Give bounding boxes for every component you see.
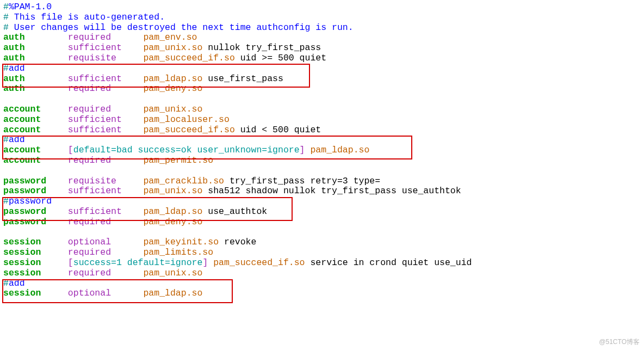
code-line: account sufficient pam_succeed_if.so uid…: [3, 125, 641, 136]
code-line: #add: [3, 279, 641, 289]
code-line: password requisite pam_cracklib.so try_f…: [3, 176, 641, 187]
pam-control: sufficient: [68, 186, 144, 196]
pam-type: account: [3, 125, 68, 135]
pam-type: session: [3, 268, 68, 278]
code-line: password sufficient pam_ldap.so use_auth…: [3, 207, 641, 217]
code-line: auth required pam_env.so: [3, 33, 641, 43]
pam-module: pam_deny.so: [143, 83, 202, 94]
comment-text: password: [9, 196, 52, 206]
pam-type: password: [3, 206, 68, 217]
pam-control: optional: [68, 288, 144, 298]
comment-text: %PAM-1.0: [9, 2, 52, 12]
pam-args: uid < 500 quiet: [240, 125, 321, 135]
pam-control: required: [68, 247, 144, 257]
code-line: auth sufficient pam_ldap.so use_first_pa…: [3, 74, 641, 84]
comment-text: add: [9, 63, 25, 73]
pam-control: sufficient: [68, 114, 144, 125]
pam-module: pam_ldap.so: [143, 206, 202, 217]
pam-module: pam_ldap.so: [143, 288, 202, 298]
pam-type: password: [3, 217, 68, 227]
comment-text: This file is auto-generated.: [9, 12, 165, 22]
pam-module: pam_permit.so: [143, 155, 213, 165]
pam-control: sufficient: [68, 125, 144, 135]
pam-module: pam_succeed_if.so: [143, 53, 234, 63]
pam-type: session: [3, 247, 68, 257]
pam-module: pam_unix.so: [143, 42, 202, 53]
code-line: session optional pam_ldap.so: [3, 288, 641, 299]
pam-module: pam_unix.so: [143, 186, 202, 196]
code-line: account required pam_permit.so: [3, 156, 641, 166]
comment-marker: #: [3, 63, 9, 73]
pam-module: pam_deny.so: [143, 217, 202, 227]
pam-control: required: [68, 268, 144, 278]
pam-module: pam_ldap.so: [310, 145, 369, 155]
pam-control: sufficient: [68, 42, 144, 53]
pam-type: auth: [3, 73, 68, 84]
code-line: [3, 228, 641, 238]
bracket-open: [: [68, 257, 73, 268]
code-line: #%PAM-1.0: [3, 2, 641, 13]
code-line: #add: [3, 135, 641, 145]
pam-args: sha512 shadow nullok try_first_pass use_…: [208, 186, 461, 196]
pam-module: pam_keyinit.so: [143, 237, 219, 247]
comment-text: User changes will be destroyed the next …: [9, 22, 354, 33]
code-line: auth required pam_deny.so: [3, 84, 641, 94]
pam-module: pam_localuser.so: [143, 114, 229, 125]
code-line: session optional pam_keyinit.so revoke: [3, 237, 641, 248]
pam-args: use_authtok: [208, 206, 267, 217]
pam-module: pam_unix.so: [143, 268, 202, 278]
pam-module: pam_unix.so: [143, 104, 202, 114]
pam-module: pam_limits.so: [143, 247, 213, 257]
pam-control: required: [68, 217, 144, 227]
pam-type: auth: [3, 83, 68, 94]
comment-marker: #: [3, 196, 9, 206]
comment-text: add: [9, 278, 25, 288]
code-line: session required pam_limits.so: [3, 248, 641, 258]
pam-module: pam_cracklib.so: [143, 176, 224, 186]
bracket-open: [: [68, 145, 73, 155]
pam-type: account: [3, 155, 68, 165]
code-line: account required pam_unix.so: [3, 105, 641, 115]
code-line: session [success=1 default=ignore] pam_s…: [3, 258, 641, 268]
bracket-close: ]: [300, 145, 305, 155]
pam-module: pam_env.so: [143, 32, 197, 42]
code-line: password required pam_deny.so: [3, 217, 641, 228]
code-line: # User changes will be destroyed the nex…: [3, 23, 641, 33]
watermark: @51CTO博客: [599, 337, 640, 347]
code-line: auth sufficient pam_unix.so nullok try_f…: [3, 43, 641, 53]
code-line: session required pam_unix.so: [3, 268, 641, 279]
code-line: password sufficient pam_unix.so sha512 s…: [3, 186, 641, 197]
pam-control: requisite: [68, 53, 144, 63]
pam-control: required: [68, 155, 144, 165]
comment-marker: #: [3, 12, 9, 22]
pam-type: session: [3, 237, 68, 247]
code-line: [3, 94, 641, 105]
pam-args: use_first_pass: [208, 73, 283, 84]
pam-type: account: [3, 104, 68, 114]
pam-type: account: [3, 145, 68, 155]
pam-args: nullok try_first_pass: [208, 42, 321, 53]
code-line: account sufficient pam_localuser.so: [3, 115, 641, 125]
pam-control: sufficient: [68, 73, 144, 84]
pam-control: required: [68, 32, 144, 42]
pam-args: service in crond quiet use_uid: [310, 257, 472, 268]
config-file-view: #%PAM-1.0# This file is auto-generated.#…: [0, 0, 644, 301]
pam-type: password: [3, 176, 68, 186]
pam-args: try_first_pass retry=3 type=: [230, 176, 380, 186]
code-line: #add: [3, 64, 641, 74]
pam-control: required: [68, 104, 144, 114]
pam-type: account: [3, 114, 68, 125]
code-line: #password: [3, 197, 641, 207]
pam-module: pam_succeed_if.so: [143, 125, 234, 135]
pam-control: required: [68, 83, 144, 94]
pam-type: auth: [3, 53, 68, 63]
code-line: [3, 166, 641, 176]
pam-bracket-options: success=1 default=ignore: [73, 257, 203, 268]
code-line: account [default=bad success=ok user_unk…: [3, 145, 641, 156]
comment-marker: #: [3, 22, 9, 33]
pam-module: pam_succeed_if.so: [213, 257, 305, 268]
pam-module: pam_ldap.so: [143, 73, 202, 84]
pam-type: session: [3, 288, 68, 298]
pam-bracket-options: default=bad success=ok user_unknown=igno…: [73, 145, 300, 155]
comment-text: add: [9, 134, 25, 145]
